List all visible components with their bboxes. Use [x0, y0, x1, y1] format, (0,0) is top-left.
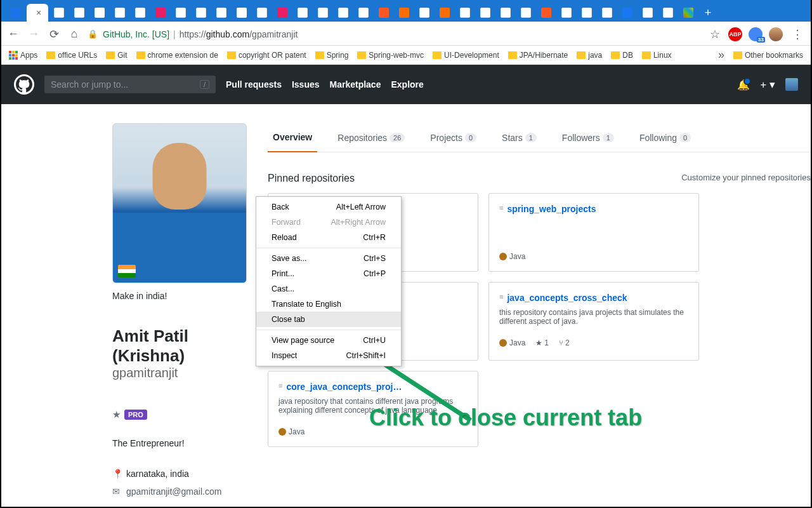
email-link[interactable]: gpamitranjit@gmail.com	[126, 486, 221, 497]
browser-tab[interactable]	[49, 4, 69, 22]
browser-tab[interactable]	[151, 4, 170, 22]
browser-tab[interactable]	[273, 4, 292, 22]
browser-tab[interactable]	[638, 4, 657, 22]
folder-icon	[106, 51, 115, 59]
apps-button[interactable]: Apps	[9, 51, 37, 60]
browser-tab[interactable]	[658, 4, 678, 22]
profile-picture[interactable]	[112, 123, 247, 283]
browser-tab[interactable]	[496, 4, 515, 22]
address-bar: ← → ⟳ ⌂ 🔒 GitHub, Inc. [US] | https://gi…	[1, 23, 811, 46]
browser-tab[interactable]	[171, 4, 190, 22]
bookmark-folder[interactable]: JPA/Hibernate	[508, 51, 568, 60]
browser-tab[interactable]	[415, 4, 434, 22]
reload-button[interactable]: ⟳	[47, 27, 61, 41]
browser-tab[interactable]	[110, 4, 129, 22]
browser-tab[interactable]	[557, 4, 576, 22]
browser-tab[interactable]	[516, 4, 535, 22]
folder-icon	[136, 51, 145, 59]
forward-button[interactable]: →	[27, 27, 41, 41]
abp-extension-icon[interactable]: ABP	[728, 27, 742, 41]
bookmark-folder[interactable]: Linux	[642, 51, 672, 60]
bookmarks-bar: Apps office URLs Git chrome extension de…	[1, 46, 811, 65]
folder-icon	[46, 51, 55, 59]
browser-tab[interactable]	[90, 4, 109, 22]
tab-stars[interactable]: Stars1	[497, 123, 542, 152]
tab-overview[interactable]: Overview	[268, 123, 317, 152]
pro-badge: PRO	[124, 410, 147, 420]
bookmark-folder[interactable]: Spring	[315, 51, 349, 60]
ctx-view-source[interactable]: View page sourceCtrl+U	[256, 333, 401, 348]
bookmark-star-icon[interactable]: ☆	[708, 27, 722, 41]
browser-tab[interactable]	[679, 4, 698, 22]
tab-repositories[interactable]: Repositories26	[332, 123, 410, 152]
other-bookmarks[interactable]: Other bookmarks	[733, 51, 803, 60]
tab-projects[interactable]: Projects0	[425, 123, 481, 152]
tab-followers[interactable]: Followers1	[557, 123, 619, 152]
create-menu[interactable]: + ▾	[760, 78, 775, 91]
omnibox[interactable]: 🔒 GitHub, Inc. [US] | https://github.com…	[88, 25, 702, 43]
ctx-cast[interactable]: Cast...	[256, 281, 401, 297]
notification-bell-icon[interactable]: 🔔	[737, 79, 750, 91]
new-tab-button[interactable]: +	[699, 4, 717, 22]
translate-extension-icon[interactable]	[749, 27, 763, 41]
browser-tab[interactable]	[618, 4, 637, 22]
nav-issues[interactable]: Issues	[292, 79, 320, 90]
browser-tab[interactable]	[435, 4, 454, 22]
bookmark-folder[interactable]: Spring-web-mvc	[357, 51, 424, 60]
browser-tab[interactable]	[577, 4, 596, 22]
lang-dot-icon	[278, 428, 286, 436]
user-avatar[interactable]	[785, 78, 798, 91]
favicon	[460, 8, 470, 18]
browser-tab[interactable]	[455, 4, 475, 22]
drag-handle-icon[interactable]: ≡	[499, 293, 503, 303]
drag-handle-icon[interactable]: ≡	[278, 382, 282, 392]
ctx-reload[interactable]: ReloadCtrl+R	[256, 230, 401, 245]
browser-tab[interactable]	[537, 4, 556, 22]
bookmark-folder[interactable]: copyright OR patent	[227, 51, 306, 60]
browser-tab[interactable]	[334, 4, 353, 22]
close-tab-icon[interactable]: ×	[36, 8, 41, 18]
pinned-repo[interactable]: ≡java_concepts_cross_check this reposito…	[488, 282, 699, 361]
bookmark-folder[interactable]: UI-Development	[433, 51, 499, 60]
bookmark-folder[interactable]: chrome extension de	[136, 51, 218, 60]
browser-tab[interactable]	[252, 4, 272, 22]
ctx-inspect[interactable]: InspectCtrl+Shift+I	[256, 348, 401, 363]
home-button[interactable]: ⌂	[67, 27, 81, 41]
github-logo-icon[interactable]	[14, 74, 34, 95]
browser-tab[interactable]	[232, 4, 251, 22]
browser-tab[interactable]	[70, 4, 89, 22]
browser-tab[interactable]	[395, 4, 414, 22]
pinned-repo[interactable]: ≡spring_web_projects Java	[488, 193, 699, 272]
nav-marketplace[interactable]: Marketplace	[330, 79, 381, 90]
github-search[interactable]: Search or jump to.../	[44, 76, 216, 93]
drag-handle-icon[interactable]: ≡	[499, 204, 503, 214]
customize-pinned-link[interactable]: Customize your pinned repositories	[681, 173, 811, 184]
nav-explore[interactable]: Explore	[391, 79, 423, 90]
profile-avatar-icon[interactable]	[769, 27, 783, 41]
tab-following[interactable]: Following0	[634, 123, 696, 152]
browser-tab[interactable]	[6, 4, 25, 22]
bookmark-folder[interactable]: Git	[106, 51, 127, 60]
bookmarks-overflow[interactable]: »	[718, 48, 724, 62]
ctx-print[interactable]: Print...Ctrl+P	[256, 266, 401, 281]
ctx-translate[interactable]: Translate to English	[256, 297, 401, 312]
browser-tab[interactable]	[374, 4, 393, 22]
ctx-close-tab[interactable]: Close tab	[256, 312, 401, 327]
bookmark-folder[interactable]: office URLs	[46, 51, 97, 60]
browser-tab-active[interactable]: ×	[27, 4, 48, 22]
menu-kebab-icon[interactable]: ⋮	[789, 27, 806, 41]
ctx-save-as[interactable]: Save as...Ctrl+S	[256, 251, 401, 266]
browser-tab[interactable]	[293, 4, 312, 22]
browser-tab[interactable]	[476, 4, 495, 22]
browser-tab[interactable]	[192, 4, 211, 22]
browser-tab[interactable]	[131, 4, 150, 22]
ctx-back[interactable]: BackAlt+Left Arrow	[256, 199, 401, 215]
browser-tab[interactable]	[313, 4, 332, 22]
bookmark-folder[interactable]: java	[577, 51, 602, 60]
browser-tab[interactable]	[212, 4, 231, 22]
browser-tab[interactable]	[598, 4, 617, 22]
back-button[interactable]: ←	[6, 27, 20, 41]
bookmark-folder[interactable]: DB	[611, 51, 633, 60]
browser-tab[interactable]	[354, 4, 373, 22]
nav-pull-requests[interactable]: Pull requests	[226, 79, 282, 90]
